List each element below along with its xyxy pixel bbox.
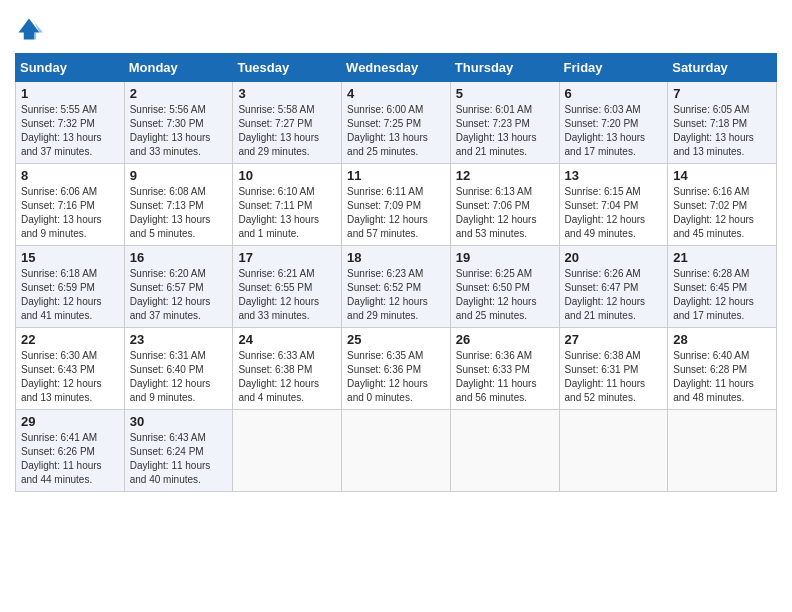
day-info: Sunrise: 6:08 AM Sunset: 7:13 PM Dayligh… [130, 185, 228, 241]
day-info: Sunrise: 6:16 AM Sunset: 7:02 PM Dayligh… [673, 185, 771, 241]
calendar-table: SundayMondayTuesdayWednesdayThursdayFrid… [15, 53, 777, 492]
calendar-cell: 22Sunrise: 6:30 AM Sunset: 6:43 PM Dayli… [16, 328, 125, 410]
calendar-cell: 13Sunrise: 6:15 AM Sunset: 7:04 PM Dayli… [559, 164, 668, 246]
day-number: 25 [347, 332, 445, 347]
calendar-cell: 5Sunrise: 6:01 AM Sunset: 7:23 PM Daylig… [450, 82, 559, 164]
day-info: Sunrise: 6:15 AM Sunset: 7:04 PM Dayligh… [565, 185, 663, 241]
calendar-cell: 7Sunrise: 6:05 AM Sunset: 7:18 PM Daylig… [668, 82, 777, 164]
calendar-cell: 17Sunrise: 6:21 AM Sunset: 6:55 PM Dayli… [233, 246, 342, 328]
day-info: Sunrise: 6:10 AM Sunset: 7:11 PM Dayligh… [238, 185, 336, 241]
day-info: Sunrise: 6:35 AM Sunset: 6:36 PM Dayligh… [347, 349, 445, 405]
day-info: Sunrise: 6:31 AM Sunset: 6:40 PM Dayligh… [130, 349, 228, 405]
day-number: 7 [673, 86, 771, 101]
svg-marker-0 [19, 19, 40, 40]
day-number: 8 [21, 168, 119, 183]
day-number: 19 [456, 250, 554, 265]
day-number: 18 [347, 250, 445, 265]
calendar-week-row: 1Sunrise: 5:55 AM Sunset: 7:32 PM Daylig… [16, 82, 777, 164]
calendar-cell: 26Sunrise: 6:36 AM Sunset: 6:33 PM Dayli… [450, 328, 559, 410]
day-info: Sunrise: 6:36 AM Sunset: 6:33 PM Dayligh… [456, 349, 554, 405]
day-info: Sunrise: 6:13 AM Sunset: 7:06 PM Dayligh… [456, 185, 554, 241]
calendar-cell: 14Sunrise: 6:16 AM Sunset: 7:02 PM Dayli… [668, 164, 777, 246]
day-info: Sunrise: 6:28 AM Sunset: 6:45 PM Dayligh… [673, 267, 771, 323]
calendar-cell: 3Sunrise: 5:58 AM Sunset: 7:27 PM Daylig… [233, 82, 342, 164]
calendar-cell [668, 410, 777, 492]
logo-icon [15, 15, 43, 43]
calendar-cell: 27Sunrise: 6:38 AM Sunset: 6:31 PM Dayli… [559, 328, 668, 410]
day-number: 4 [347, 86, 445, 101]
calendar-cell: 2Sunrise: 5:56 AM Sunset: 7:30 PM Daylig… [124, 82, 233, 164]
day-of-week-header: Friday [559, 54, 668, 82]
calendar-cell: 23Sunrise: 6:31 AM Sunset: 6:40 PM Dayli… [124, 328, 233, 410]
day-number: 27 [565, 332, 663, 347]
day-info: Sunrise: 6:18 AM Sunset: 6:59 PM Dayligh… [21, 267, 119, 323]
day-number: 26 [456, 332, 554, 347]
day-number: 28 [673, 332, 771, 347]
day-number: 13 [565, 168, 663, 183]
day-info: Sunrise: 6:11 AM Sunset: 7:09 PM Dayligh… [347, 185, 445, 241]
day-info: Sunrise: 6:41 AM Sunset: 6:26 PM Dayligh… [21, 431, 119, 487]
calendar-week-row: 8Sunrise: 6:06 AM Sunset: 7:16 PM Daylig… [16, 164, 777, 246]
day-number: 23 [130, 332, 228, 347]
calendar-week-row: 22Sunrise: 6:30 AM Sunset: 6:43 PM Dayli… [16, 328, 777, 410]
day-of-week-header: Sunday [16, 54, 125, 82]
day-of-week-header: Tuesday [233, 54, 342, 82]
calendar-cell: 15Sunrise: 6:18 AM Sunset: 6:59 PM Dayli… [16, 246, 125, 328]
day-info: Sunrise: 6:25 AM Sunset: 6:50 PM Dayligh… [456, 267, 554, 323]
day-info: Sunrise: 6:20 AM Sunset: 6:57 PM Dayligh… [130, 267, 228, 323]
day-number: 24 [238, 332, 336, 347]
calendar-cell: 21Sunrise: 6:28 AM Sunset: 6:45 PM Dayli… [668, 246, 777, 328]
day-info: Sunrise: 6:01 AM Sunset: 7:23 PM Dayligh… [456, 103, 554, 159]
calendar-cell [233, 410, 342, 492]
calendar-cell [342, 410, 451, 492]
day-of-week-header: Thursday [450, 54, 559, 82]
day-number: 10 [238, 168, 336, 183]
day-number: 30 [130, 414, 228, 429]
day-number: 16 [130, 250, 228, 265]
calendar-cell: 25Sunrise: 6:35 AM Sunset: 6:36 PM Dayli… [342, 328, 451, 410]
calendar-cell: 30Sunrise: 6:43 AM Sunset: 6:24 PM Dayli… [124, 410, 233, 492]
calendar-cell: 28Sunrise: 6:40 AM Sunset: 6:28 PM Dayli… [668, 328, 777, 410]
calendar-cell: 1Sunrise: 5:55 AM Sunset: 7:32 PM Daylig… [16, 82, 125, 164]
calendar-cell: 4Sunrise: 6:00 AM Sunset: 7:25 PM Daylig… [342, 82, 451, 164]
day-of-week-header: Saturday [668, 54, 777, 82]
day-number: 21 [673, 250, 771, 265]
day-of-week-header: Monday [124, 54, 233, 82]
calendar-cell [450, 410, 559, 492]
day-info: Sunrise: 6:26 AM Sunset: 6:47 PM Dayligh… [565, 267, 663, 323]
day-number: 14 [673, 168, 771, 183]
calendar-week-row: 15Sunrise: 6:18 AM Sunset: 6:59 PM Dayli… [16, 246, 777, 328]
calendar-cell: 6Sunrise: 6:03 AM Sunset: 7:20 PM Daylig… [559, 82, 668, 164]
day-info: Sunrise: 6:00 AM Sunset: 7:25 PM Dayligh… [347, 103, 445, 159]
page-header [15, 15, 777, 43]
day-number: 17 [238, 250, 336, 265]
day-info: Sunrise: 5:55 AM Sunset: 7:32 PM Dayligh… [21, 103, 119, 159]
day-number: 11 [347, 168, 445, 183]
day-of-week-header: Wednesday [342, 54, 451, 82]
day-number: 12 [456, 168, 554, 183]
logo [15, 15, 47, 43]
calendar-week-row: 29Sunrise: 6:41 AM Sunset: 6:26 PM Dayli… [16, 410, 777, 492]
day-info: Sunrise: 6:05 AM Sunset: 7:18 PM Dayligh… [673, 103, 771, 159]
calendar-cell: 10Sunrise: 6:10 AM Sunset: 7:11 PM Dayli… [233, 164, 342, 246]
day-number: 9 [130, 168, 228, 183]
calendar-cell: 18Sunrise: 6:23 AM Sunset: 6:52 PM Dayli… [342, 246, 451, 328]
day-number: 15 [21, 250, 119, 265]
calendar-cell: 8Sunrise: 6:06 AM Sunset: 7:16 PM Daylig… [16, 164, 125, 246]
calendar-cell: 29Sunrise: 6:41 AM Sunset: 6:26 PM Dayli… [16, 410, 125, 492]
day-number: 20 [565, 250, 663, 265]
day-info: Sunrise: 6:30 AM Sunset: 6:43 PM Dayligh… [21, 349, 119, 405]
day-number: 2 [130, 86, 228, 101]
day-info: Sunrise: 6:06 AM Sunset: 7:16 PM Dayligh… [21, 185, 119, 241]
day-info: Sunrise: 6:23 AM Sunset: 6:52 PM Dayligh… [347, 267, 445, 323]
day-number: 6 [565, 86, 663, 101]
calendar-cell: 20Sunrise: 6:26 AM Sunset: 6:47 PM Dayli… [559, 246, 668, 328]
day-number: 22 [21, 332, 119, 347]
calendar-cell: 16Sunrise: 6:20 AM Sunset: 6:57 PM Dayli… [124, 246, 233, 328]
calendar-cell: 11Sunrise: 6:11 AM Sunset: 7:09 PM Dayli… [342, 164, 451, 246]
calendar-header-row: SundayMondayTuesdayWednesdayThursdayFrid… [16, 54, 777, 82]
calendar-cell: 19Sunrise: 6:25 AM Sunset: 6:50 PM Dayli… [450, 246, 559, 328]
calendar-cell: 9Sunrise: 6:08 AM Sunset: 7:13 PM Daylig… [124, 164, 233, 246]
day-info: Sunrise: 6:33 AM Sunset: 6:38 PM Dayligh… [238, 349, 336, 405]
day-number: 29 [21, 414, 119, 429]
